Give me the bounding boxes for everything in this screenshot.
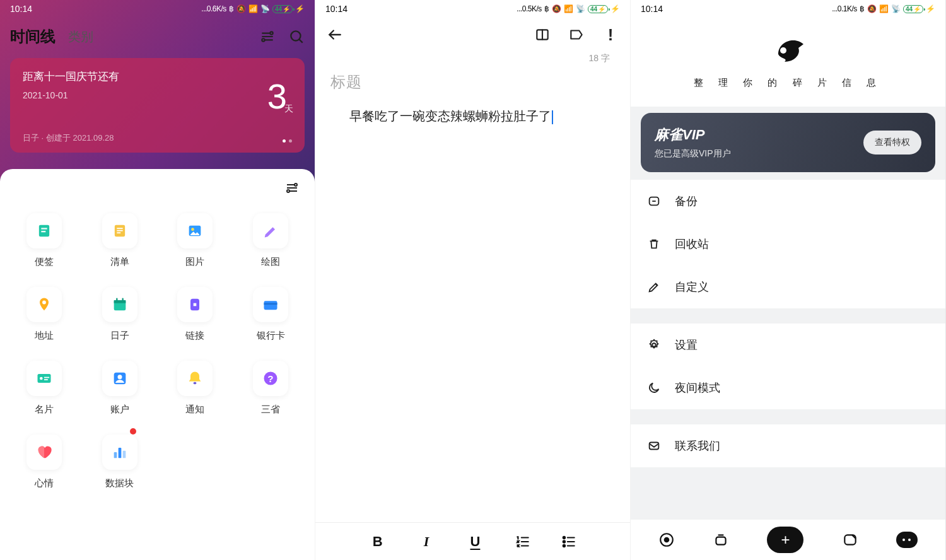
svg-rect-26 bbox=[44, 379, 48, 380]
countdown-card[interactable]: 距离十一国庆节还有 2021-10-01 3 天 日子 · 创建于 2021.0… bbox=[10, 58, 305, 153]
card-unit: 天 bbox=[284, 103, 293, 115]
grid-item-bars[interactable]: 数据块 bbox=[82, 426, 158, 499]
signal-icon: 📶 bbox=[564, 4, 573, 13]
nav-browse-icon[interactable] bbox=[842, 532, 858, 548]
grid-label: 清单 bbox=[110, 256, 129, 268]
nav-cards-icon[interactable] bbox=[713, 532, 729, 548]
bold-button[interactable]: B bbox=[368, 534, 387, 550]
menu-row-settings[interactable]: 设置 bbox=[631, 324, 945, 366]
editor-toolbar: ! bbox=[315, 18, 630, 52]
svg-rect-20 bbox=[194, 303, 197, 306]
card-meta: 日子 · 创建于 2021.09.28 bbox=[23, 132, 114, 144]
pin-icon bbox=[26, 287, 62, 322]
card-title: 距离十一国庆节还有 bbox=[23, 69, 292, 84]
grid-item-idcard[interactable]: 名片 bbox=[6, 352, 82, 426]
menu-row-mail[interactable]: 联系我们 bbox=[631, 424, 945, 467]
tag-icon[interactable] bbox=[568, 26, 585, 43]
grid-item-card[interactable]: 银行卡 bbox=[233, 278, 308, 352]
trash-icon bbox=[647, 237, 661, 251]
menu-label: 自定义 bbox=[675, 279, 709, 295]
priority-icon[interactable]: ! bbox=[602, 26, 619, 43]
grid-item-link[interactable]: 链接 bbox=[158, 278, 233, 352]
grid-label: 绘图 bbox=[261, 256, 280, 268]
menu-row-moon[interactable]: 夜间模式 bbox=[631, 366, 945, 409]
wifi-icon: 📡 bbox=[260, 4, 270, 13]
grid-label: 名片 bbox=[35, 404, 54, 416]
svg-point-38 bbox=[563, 544, 565, 546]
search-icon[interactable] bbox=[288, 28, 305, 45]
signal-icon: 📶 bbox=[248, 4, 258, 13]
tab-category[interactable]: 类别 bbox=[68, 28, 93, 45]
italic-button[interactable]: I bbox=[417, 534, 436, 550]
grid-label: 地址 bbox=[35, 330, 54, 342]
menu-row-backup[interactable]: 备份 bbox=[631, 180, 945, 223]
status-bar: 10:14 ...0.1K/s ฿ 🔕 📶 📡 44⚡ ⚡ bbox=[631, 0, 945, 18]
underline-button[interactable]: U bbox=[465, 534, 484, 550]
grid-item-question[interactable]: ?三省 bbox=[233, 352, 308, 426]
grid-item-calendar[interactable]: 日子 bbox=[82, 278, 158, 352]
type-grid: 便签清单图片绘图地址日子链接银行卡名片账户通知?三省心情数据块 bbox=[0, 198, 315, 506]
card-date: 2021-10-01 bbox=[23, 90, 292, 100]
grid-item-pin[interactable]: 地址 bbox=[6, 278, 82, 352]
grid-item-image[interactable]: 图片 bbox=[158, 204, 233, 278]
grid-label: 图片 bbox=[185, 256, 204, 268]
grid-item-note[interactable]: 便签 bbox=[6, 204, 82, 278]
title-input[interactable]: 标题 bbox=[315, 69, 630, 95]
vip-title: 麻雀VIP bbox=[655, 125, 731, 144]
edit-icon bbox=[647, 280, 661, 294]
sheet-filter-icon[interactable] bbox=[284, 180, 300, 195]
svg-rect-29 bbox=[194, 382, 197, 385]
svg-rect-6 bbox=[41, 228, 47, 229]
split-icon[interactable] bbox=[534, 26, 551, 43]
bars-icon bbox=[102, 435, 137, 470]
menu-group-1: 备份回收站自定义 bbox=[631, 180, 945, 308]
filter-icon[interactable] bbox=[259, 28, 276, 45]
status-net: ...0.5K/s bbox=[517, 4, 542, 13]
grid-item-heart[interactable]: 心情 bbox=[6, 426, 82, 499]
status-time: 10:14 bbox=[10, 4, 32, 14]
bluetooth-icon: ฿ bbox=[860, 4, 865, 13]
svg-rect-45 bbox=[716, 537, 726, 545]
nav-record-icon[interactable] bbox=[658, 532, 675, 548]
wifi-icon: 📡 bbox=[576, 4, 585, 13]
grid-item-user[interactable]: 账户 bbox=[82, 352, 158, 426]
svg-text:?: ? bbox=[267, 373, 273, 384]
svg-rect-33 bbox=[118, 448, 121, 458]
grid-label: 链接 bbox=[185, 330, 204, 342]
tab-timeline[interactable]: 时间线 bbox=[10, 26, 55, 47]
vip-view-button[interactable]: 查看特权 bbox=[863, 131, 921, 155]
header-backdrop: 10:14 ...0.6K/s ฿ 🔕 📶 📡 44⚡ ⚡ 时间线 类别 距离十… bbox=[0, 0, 315, 195]
char-count: 18 字 bbox=[315, 52, 630, 69]
vip-card[interactable]: 麻雀VIP 您已是高级VIP用户 查看特权 bbox=[641, 113, 935, 172]
brand-tagline: 整 理 你 的 碎 片 信 息 bbox=[694, 77, 882, 89]
user-icon bbox=[102, 361, 137, 396]
menu-label: 联系我们 bbox=[675, 438, 720, 453]
note-icon bbox=[26, 213, 62, 248]
nav-assistant-icon[interactable] bbox=[896, 532, 918, 548]
unordered-list-button[interactable] bbox=[561, 534, 577, 550]
menu-row-trash[interactable]: 回收站 bbox=[631, 223, 945, 265]
question-icon: ? bbox=[253, 361, 288, 396]
nav-add-button[interactable]: + bbox=[767, 527, 803, 553]
idcard-icon bbox=[26, 361, 62, 396]
status-time: 10:14 bbox=[641, 4, 663, 14]
grid-item-list[interactable]: 清单 bbox=[82, 204, 158, 278]
status-right: ...0.1K/s ฿ 🔕 📶 📡 44⚡ ⚡ bbox=[832, 4, 935, 13]
menu-row-edit[interactable]: 自定义 bbox=[631, 265, 945, 308]
grid-item-pencil[interactable]: 绘图 bbox=[233, 204, 308, 278]
text-caret bbox=[552, 110, 553, 124]
ordered-list-button[interactable] bbox=[515, 534, 531, 550]
grid-item-bell[interactable]: 通知 bbox=[158, 352, 233, 426]
svg-rect-25 bbox=[44, 377, 49, 378]
status-net: ...0.6K/s bbox=[201, 4, 226, 13]
body-input[interactable]: 早餐吃了一碗变态辣螺蛳粉拉肚子了 bbox=[315, 95, 630, 126]
menu-label: 设置 bbox=[675, 337, 698, 353]
svg-rect-10 bbox=[117, 230, 122, 231]
heart-icon bbox=[26, 435, 62, 470]
card-pager-dots bbox=[283, 139, 292, 143]
grid-label: 日子 bbox=[110, 330, 129, 342]
back-icon[interactable] bbox=[327, 26, 343, 43]
moon-icon bbox=[647, 381, 661, 395]
status-bar: 10:14 ...0.5K/s ฿ 🔕 📶 📡 44⚡ ⚡ bbox=[315, 0, 630, 18]
screen-timeline-grid: 10:14 ...0.6K/s ฿ 🔕 📶 📡 44⚡ ⚡ 时间线 类别 距离十… bbox=[0, 0, 315, 560]
